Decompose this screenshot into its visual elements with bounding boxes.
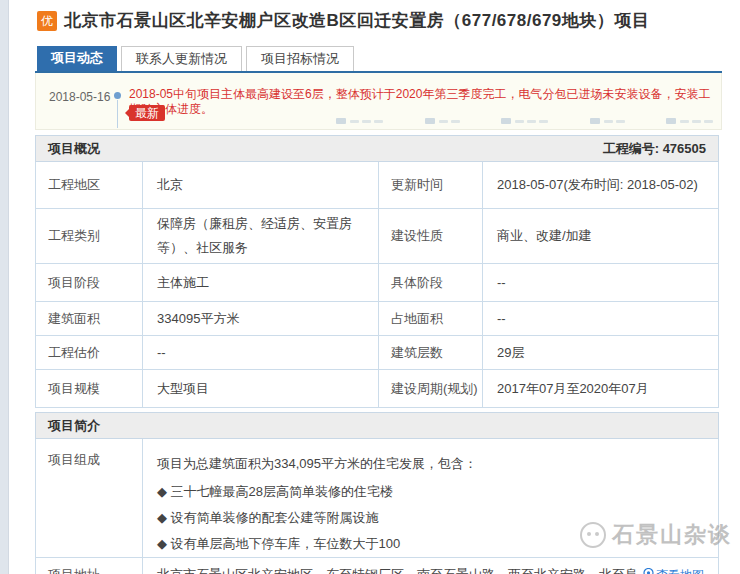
overview-section-title: 项目概况 xyxy=(48,140,100,158)
composition-line: 项目为总建筑面积为334,095平方米的住宅发展，包含： xyxy=(157,451,708,477)
row-value: 北京 xyxy=(143,162,379,209)
row-value: 保障房（廉租房、经适房、安置房等）、社区服务 xyxy=(143,209,379,264)
table-row: 项目地址 查看地图 北京市石景山区北辛安地区，东至特钢厂区，南至石景山路，西至北… xyxy=(36,558,719,574)
project-overview-table: 项目概况 工程编号: 476505 工程地区 北京 更新时间 2018-05-0… xyxy=(35,135,719,408)
row-label: 工程类别 xyxy=(36,209,143,264)
row-label: 工程地区 xyxy=(36,162,143,209)
row-label: 占地面积 xyxy=(379,302,483,336)
row-value: 29层 xyxy=(483,336,719,370)
row-value: 2018-05-07(发布时间: 2018-05-02) xyxy=(483,162,719,209)
row-label: 更新时间 xyxy=(379,162,483,209)
tab-bar: 项目动态 联系人更新情况 项目招标情况 xyxy=(37,46,358,71)
timeline-line xyxy=(117,100,118,128)
row-value: 334095平方米 xyxy=(143,302,379,336)
row-value: 大型项目 xyxy=(143,370,379,408)
tab-project-updates[interactable]: 项目动态 xyxy=(37,46,117,71)
project-updates-panel: 2018-05-16 2018-05中旬项目主体最高建设至6层，整体预计于202… xyxy=(35,73,722,130)
row-value: 2017年07月至2020年07月 xyxy=(483,370,719,408)
composition-line: ◆ 设有简单装修的配套公建等附属设施 xyxy=(157,505,708,531)
page-title: 北京市石景山区北辛安棚户区改造B区回迁安置房（677/678/679地块）项目 xyxy=(64,9,649,32)
project-intro-table: 项目简介 项目组成 项目为总建筑面积为334,095平方米的住宅发展，包含： ◆… xyxy=(35,412,719,574)
page-header: 优 北京市石景山区北辛安棚户区改造B区回迁安置房（677/678/679地块）项… xyxy=(37,9,727,32)
table-row: 建筑面积 334095平方米 占地面积 -- xyxy=(36,302,719,336)
table-row: 工程类别 保障房（廉租房、经适房、安置房等）、社区服务 建设性质 商业、改建/加… xyxy=(36,209,719,264)
row-value: 商业、改建/加建 xyxy=(483,209,719,264)
row-label: 建设周期(规划) xyxy=(379,370,483,408)
quality-badge: 优 xyxy=(37,11,57,31)
row-label: 建筑层数 xyxy=(379,336,483,370)
table-row: 工程地区 北京 更新时间 2018-05-07(发布时间: 2018-05-02… xyxy=(36,162,719,209)
row-label: 具体阶段 xyxy=(379,264,483,302)
view-map-link[interactable]: 查看地图 xyxy=(643,563,704,574)
project-code: 工程编号: 476505 xyxy=(603,140,706,158)
row-label: 项目规模 xyxy=(36,370,143,408)
row-value: 主体施工 xyxy=(143,264,379,302)
row-label: 工程估价 xyxy=(36,336,143,370)
row-value: -- xyxy=(143,336,379,370)
timeline-dot-icon xyxy=(114,92,121,99)
latest-badge: 最新 xyxy=(129,105,165,121)
composition-line: ◆ 设有单层高地下停车库，车位数大于100 xyxy=(157,531,708,557)
row-label: 项目阶段 xyxy=(36,264,143,302)
update-text: 2018-05中旬项目主体最高建设至6层，整体预计于2020年第三季度完工，电气… xyxy=(129,87,719,117)
row-label: 建筑面积 xyxy=(36,302,143,336)
page-left-margin xyxy=(0,0,9,574)
tab-bidding-info[interactable]: 项目招标情况 xyxy=(246,46,354,71)
table-row: 项目阶段 主体施工 具体阶段 -- xyxy=(36,264,719,302)
row-label: 项目组成 xyxy=(36,439,143,558)
project-address: 北京市石景山区北辛安地区，东至特钢厂区，南至石景山路，西至北辛安路，北至阜石路 xyxy=(157,567,638,574)
blurred-link-icons xyxy=(336,117,716,125)
update-date: 2018-05-16 xyxy=(49,90,110,104)
table-row: 项目规模 大型项目 建设周期(规划) 2017年07月至2020年07月 xyxy=(36,370,719,408)
tab-contact-updates[interactable]: 联系人更新情况 xyxy=(121,46,242,71)
row-label: 项目地址 xyxy=(36,558,143,574)
composition-line: ◆ 三十七幢最高28层高简单装修的住宅楼 xyxy=(157,479,708,505)
row-value: -- xyxy=(483,302,719,336)
table-row: 项目组成 项目为总建筑面积为334,095平方米的住宅发展，包含： ◆ 三十七幢… xyxy=(36,439,719,558)
row-value: -- xyxy=(483,264,719,302)
map-pin-icon xyxy=(643,568,654,574)
row-label: 建设性质 xyxy=(379,209,483,264)
intro-section-title: 项目简介 xyxy=(48,417,100,435)
table-row: 工程估价 -- 建筑层数 29层 xyxy=(36,336,719,370)
